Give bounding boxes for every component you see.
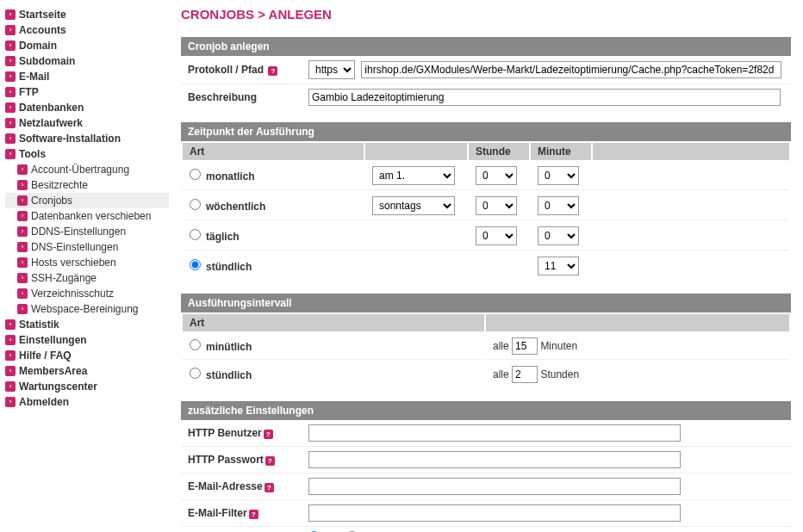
nav-statistik[interactable]: ›Statistik <box>5 317 169 332</box>
radio-hourly[interactable] <box>190 259 201 270</box>
nav-bullet-icon: › <box>5 397 16 407</box>
email-filter-input[interactable] <box>308 504 681 522</box>
nav-bullet-icon: › <box>17 195 28 206</box>
minute-interval-input[interactable] <box>512 337 538 355</box>
monthly-min-select[interactable]: 0 <box>538 166 579 185</box>
nav-bullet-icon: › <box>5 40 16 51</box>
help-icon[interactable]: ? <box>265 456 275 466</box>
interval-table: Art minütlich alle Minuten stündlich all… <box>181 312 791 389</box>
nav-software[interactable]: ›Software-Installation <box>5 131 169 146</box>
nav-besitzrechte[interactable]: ›Besitzrechte <box>5 177 169 193</box>
nav-tools[interactable]: ›Tools <box>5 146 169 162</box>
nav-domain[interactable]: ›Domain <box>5 38 169 53</box>
nav-bullet-icon: › <box>5 9 16 20</box>
help-icon[interactable]: ? <box>264 430 273 439</box>
nav-members[interactable]: ›MembersArea <box>5 363 169 379</box>
path-input[interactable] <box>361 61 781 78</box>
nav-bullet-icon: › <box>5 133 16 144</box>
nav-label: DNS-Einstellungen <box>31 241 118 253</box>
protocol-select[interactable]: https:// <box>308 60 355 79</box>
http-pass-input[interactable] <box>308 451 681 468</box>
nav-bullet-icon: › <box>5 102 16 113</box>
monthly-day-select[interactable]: am 1. <box>372 166 455 185</box>
nav-bullet-icon: › <box>17 242 28 252</box>
nav-hilfe[interactable]: ›Hilfe / FAQ <box>5 348 169 363</box>
monthly-hour-select[interactable]: 0 <box>476 166 517 185</box>
nav-bullet-icon: › <box>17 304 28 314</box>
radio-hour-interval[interactable] <box>190 368 201 379</box>
description-input[interactable] <box>308 89 781 106</box>
nav-label: MembersArea <box>19 365 87 377</box>
weekly-day-select[interactable]: sonntags <box>372 196 455 215</box>
nav-bullet-icon: › <box>5 319 16 330</box>
nav-bullet-icon: › <box>5 335 16 345</box>
nav-label: Wartungscenter <box>19 380 97 393</box>
nav-bullet-icon: › <box>5 118 16 128</box>
daily-min-select[interactable]: 0 <box>538 226 579 245</box>
label-email-filter: E-Mail-Filter <box>188 507 247 519</box>
label-description: Beschreibung <box>188 91 308 103</box>
schedule-row-weekly: wöchentlich sonntags 0 0 <box>183 192 789 220</box>
radio-daily[interactable] <box>190 229 201 240</box>
section-cronjob-anlegen: Cronjob anlegen <box>181 37 791 56</box>
nav-bullet-icon: › <box>5 350 16 361</box>
nav-webspace[interactable]: ›Webspace-Bereinigung <box>5 301 169 317</box>
nav-cronjobs[interactable]: ›Cronjobs <box>5 193 169 208</box>
nav-subdomain[interactable]: ›Subdomain <box>5 53 169 69</box>
http-user-input[interactable] <box>308 424 681 442</box>
weekly-hour-select[interactable]: 0 <box>476 196 517 215</box>
nav-label: Webspace-Bereinigung <box>31 303 139 315</box>
nav-label: Startseite <box>19 9 66 21</box>
radio-weekly[interactable] <box>190 199 201 210</box>
nav-startseite[interactable]: ›Startseite <box>5 7 169 22</box>
nav-label: Abmelden <box>19 396 69 408</box>
interval-col-art: Art <box>183 314 484 331</box>
help-icon[interactable]: ? <box>249 510 258 519</box>
page-title: CRONJOBS > ANLEGEN <box>181 7 791 22</box>
nav-wartung[interactable]: ›Wartungscenter <box>5 379 169 394</box>
col-art: Art <box>183 143 364 160</box>
nav-dns[interactable]: ›DNS-Einstellungen <box>5 239 169 255</box>
nav-accounts[interactable]: ›Accounts <box>5 22 169 38</box>
nav-verzeichnisschutz[interactable]: ›Verzeichnisschutz <box>5 286 169 301</box>
nav-abmelden[interactable]: ›Abmelden <box>5 394 169 410</box>
weekly-min-select[interactable]: 0 <box>538 196 579 215</box>
nav-label: Account-Übertragung <box>31 164 129 176</box>
nav-label: Subdomain <box>19 55 75 67</box>
nav-label: Accounts <box>19 24 66 36</box>
help-icon[interactable]: ? <box>268 66 277 76</box>
section-interval: Ausführungsintervall <box>181 294 791 312</box>
col-hour: Stunde <box>469 143 529 160</box>
nav-ssh[interactable]: ›SSH-Zugänge <box>5 270 169 286</box>
nav-datenbanken[interactable]: ›Datenbanken <box>5 100 169 115</box>
nav-label: Einstellungen <box>19 334 87 346</box>
hourly-min-select[interactable]: 11 <box>538 257 579 275</box>
nav-ftp[interactable]: ›FTP <box>5 84 169 100</box>
radio-monthly[interactable] <box>190 169 201 180</box>
help-icon[interactable]: ? <box>265 483 274 492</box>
radio-minute-interval[interactable] <box>190 339 201 350</box>
nav-netzlaufwerk[interactable]: ›Netzlaufwerk <box>5 115 169 131</box>
nav-ddns[interactable]: ›DDNS-Einstellungen <box>5 224 169 239</box>
nav-label: Cronjobs <box>31 195 72 207</box>
nav-bullet-icon: › <box>5 71 16 82</box>
nav-db-verschieben[interactable]: ›Datenbanken verschieben <box>5 208 169 224</box>
nav-hosts[interactable]: ›Hosts verschieben <box>5 255 169 270</box>
nav-label: SSH-Zugänge <box>31 272 96 284</box>
nav-label: Statistik <box>19 319 59 331</box>
nav-einstellungen[interactable]: ›Einstellungen <box>5 332 169 348</box>
daily-hour-select[interactable]: 0 <box>476 226 517 245</box>
nav-bullet-icon: › <box>5 149 16 159</box>
label-protocol: Protokoll / Pfad <box>188 64 264 76</box>
interval-row-hour: stündlich alle Stunden <box>183 362 789 387</box>
nav-bullet-icon: › <box>17 273 28 283</box>
section-zeitpunkt: Zeitpunkt der Ausführung <box>181 122 791 141</box>
nav-bullet-icon: › <box>17 180 28 190</box>
nav-label: Tools <box>19 148 46 160</box>
nav-email[interactable]: ›E-Mail <box>5 69 169 84</box>
email-addr-input[interactable] <box>308 478 681 495</box>
nav-bullet-icon: › <box>17 288 28 299</box>
nav-account-uebertragung[interactable]: ›Account-Übertragung <box>5 162 169 177</box>
hour-interval-input[interactable] <box>512 366 538 383</box>
nav-bullet-icon: › <box>5 381 16 392</box>
